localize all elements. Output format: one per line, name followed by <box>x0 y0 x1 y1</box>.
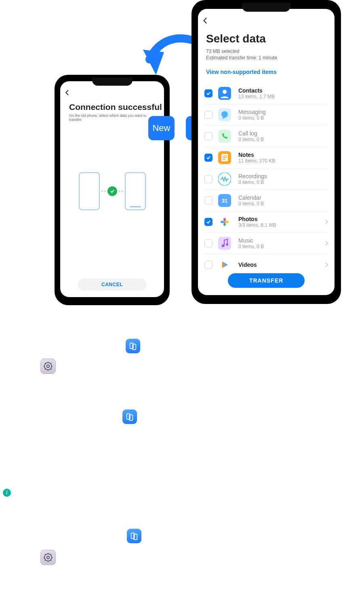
svg-text:31: 31 <box>222 198 227 204</box>
old-phone-mockup: Select data 73 MB selected Estimated tra… <box>191 0 341 304</box>
item-sub: 13 items, 1.7 MB <box>238 94 329 99</box>
svg-line-26 <box>45 363 46 364</box>
curved-arrow-icon <box>141 34 196 79</box>
videos-icon <box>218 258 231 270</box>
data-row-recordings[interactable]: Recordings 0 items, 0 B <box>204 169 329 190</box>
estimated-time: Estimated transfer time: 1 minute <box>206 55 277 61</box>
notes-icon <box>218 151 231 164</box>
svg-point-21 <box>47 365 49 367</box>
phone-clone-icon <box>127 529 141 543</box>
data-row-music[interactable]: Music 0 items, 0 B <box>204 233 329 254</box>
new-phone-tag: New <box>148 116 175 140</box>
checkbox[interactable] <box>204 196 213 205</box>
data-row-messaging[interactable]: Messaging 0 items, 0 B <box>204 104 329 126</box>
info-icon: i <box>3 489 11 497</box>
view-non-supported-link[interactable]: View non-supported items <box>206 69 277 75</box>
photos-icon <box>218 215 231 228</box>
calllog-icon <box>218 130 231 143</box>
item-name: Call log <box>238 130 329 137</box>
checkbox[interactable] <box>204 261 213 269</box>
item-name: Music <box>238 237 322 244</box>
chevron-right-icon <box>325 241 329 246</box>
settings-icon <box>40 550 56 565</box>
phone-clone-icon <box>126 339 140 353</box>
item-name: Videos <box>238 262 322 268</box>
svg-line-43 <box>45 560 46 561</box>
connection-title: Connection successful <box>69 102 162 112</box>
checkbox[interactable] <box>204 89 213 97</box>
data-row-videos[interactable]: Videos <box>204 254 329 270</box>
settings-icon <box>40 359 56 374</box>
item-name: Photos <box>238 216 322 222</box>
page-title: Select data <box>206 32 266 45</box>
connection-diagram <box>60 172 164 210</box>
svg-line-40 <box>45 554 46 555</box>
svg-point-3 <box>221 111 228 118</box>
calendar-icon: 31 <box>218 194 231 207</box>
item-name: Recordings <box>238 173 329 179</box>
data-row-notes[interactable]: Notes 11 items, 270 KB <box>204 147 329 169</box>
item-name: Notes <box>238 152 329 158</box>
music-icon <box>218 237 231 250</box>
svg-line-42 <box>50 554 51 555</box>
checkbox[interactable] <box>204 154 213 162</box>
checkbox[interactable] <box>204 218 213 226</box>
contacts-icon <box>218 87 231 100</box>
data-category-list[interactable]: Contacts 13 items, 1.7 MB Messaging 0 it… <box>204 83 329 270</box>
phone-clone-icon <box>122 409 137 424</box>
cancel-button[interactable]: CANCEL <box>78 279 147 291</box>
chevron-right-icon <box>325 262 329 268</box>
svg-point-16 <box>226 243 228 246</box>
data-row-calllog[interactable]: Call log 0 items, 0 B <box>204 126 329 147</box>
svg-line-28 <box>50 363 51 364</box>
recordings-icon <box>218 173 231 186</box>
connection-subtitle: On the old phone, select which data you … <box>69 114 155 122</box>
checkbox[interactable] <box>204 111 213 119</box>
transfer-button[interactable]: TRANSFER <box>228 273 305 288</box>
data-row-contacts[interactable]: Contacts 13 items, 1.7 MB <box>204 83 329 104</box>
checkmark-icon <box>107 186 117 196</box>
svg-rect-4 <box>218 130 231 143</box>
item-sub: 3/3 items, 8.1 MB <box>238 222 322 228</box>
checkbox[interactable] <box>204 175 213 183</box>
selected-size: 73 MB selected <box>206 49 240 54</box>
item-name: Messaging <box>238 109 329 115</box>
svg-point-1 <box>223 90 227 94</box>
item-sub: 0 items, 0 B <box>238 201 329 207</box>
svg-line-29 <box>45 369 46 369</box>
svg-line-41 <box>50 560 51 561</box>
data-row-photos[interactable]: Photos 3/3 items, 8.1 MB <box>204 211 329 233</box>
back-button[interactable] <box>64 89 71 96</box>
chevron-right-icon <box>325 219 329 225</box>
item-name: Contacts <box>238 87 329 94</box>
svg-point-35 <box>47 556 49 559</box>
new-phone-mockup: Connection successful On the old phone, … <box>55 75 170 305</box>
item-sub: 0 items, 0 B <box>238 115 329 121</box>
item-sub: 11 items, 270 KB <box>238 158 329 164</box>
back-button[interactable] <box>202 17 209 24</box>
checkbox[interactable] <box>204 239 213 247</box>
checkbox[interactable] <box>204 132 213 140</box>
item-sub: 0 items, 0 B <box>238 244 322 249</box>
item-name: Calendar <box>238 194 329 201</box>
data-row-calendar[interactable]: 31 Calendar 0 items, 0 B <box>204 190 329 211</box>
item-sub: 0 items, 0 B <box>238 179 329 185</box>
item-sub: 0 items, 0 B <box>238 137 329 142</box>
messaging-icon <box>218 108 231 121</box>
svg-line-27 <box>50 369 51 369</box>
